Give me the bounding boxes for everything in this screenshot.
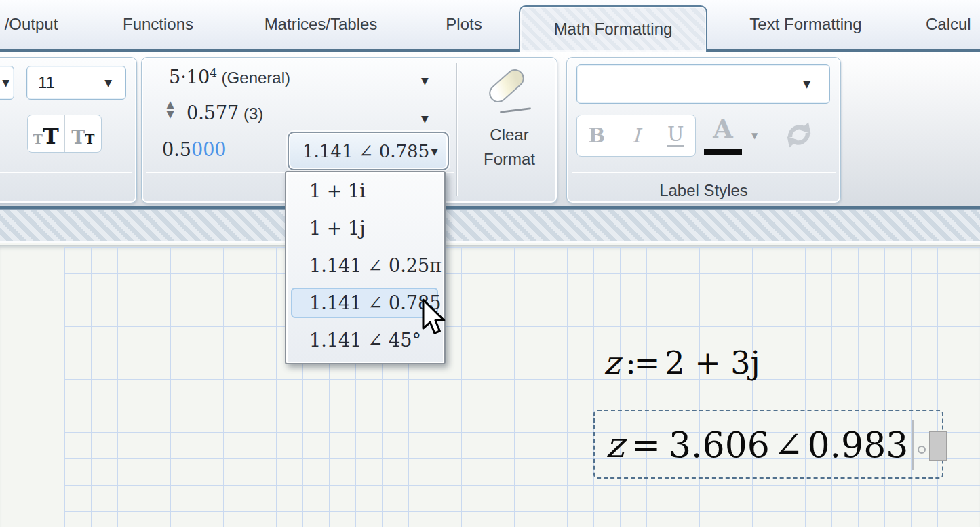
font-size-value: 11	[38, 73, 55, 92]
bold-icon: B	[588, 124, 605, 147]
general-format-value: 5·10	[169, 66, 210, 87]
assign-operator: :=	[625, 345, 658, 381]
tab-functions[interactable]: Functions	[117, 0, 199, 49]
mouse-cursor	[420, 298, 449, 340]
complex-format-value: 1.141 ∠ 0.785	[302, 141, 429, 161]
small-t-icon: T	[33, 132, 43, 147]
big-t-icon: T	[71, 129, 85, 147]
refresh-icon	[781, 117, 817, 153]
result-magnitude: 3.606	[669, 425, 770, 465]
variable-z: z	[606, 425, 624, 465]
units-placeholder[interactable]	[929, 431, 947, 461]
font-family-combobox[interactable]: ▼	[0, 66, 14, 100]
italic-button[interactable]: I	[616, 115, 655, 156]
underline-button[interactable]: U	[656, 115, 695, 156]
tab-calculation[interactable]: Calcul	[926, 0, 980, 49]
label-styles-group: ▼ B I U A ▼ Label Styles	[566, 57, 841, 203]
clear-format-label-line1: Clear	[460, 123, 558, 147]
big-t-icon: T	[43, 127, 59, 147]
underline-icon: U	[667, 124, 684, 147]
definition-value: 2 + 3j	[665, 345, 760, 381]
group-title-divider	[572, 172, 836, 173]
trailing-zeros-prefix: 0.5	[162, 139, 191, 160]
general-format-exponent: 4	[210, 66, 217, 79]
label-style-combobox[interactable]: ▼	[576, 64, 830, 104]
insertion-caret	[912, 420, 914, 470]
tab-input-output[interactable]: /Output	[0, 0, 66, 49]
tab-text-formatting[interactable]: Text Formatting	[743, 0, 869, 49]
clear-format-label-line2: Format	[460, 147, 558, 172]
precision-value: 0.577	[187, 102, 239, 123]
eraser-body	[486, 65, 528, 106]
bold-button[interactable]: B	[577, 115, 616, 156]
eraser-line	[500, 107, 531, 113]
small-t-icon: T	[85, 132, 94, 147]
chevron-down-icon[interactable]: ▼	[104, 78, 112, 87]
chevron-down-icon[interactable]: ▼	[431, 147, 438, 156]
text-style-buttons: B I U	[576, 115, 696, 157]
angle-symbol: ∠	[774, 425, 804, 465]
italic-icon: I	[632, 124, 640, 147]
ribbon-body: ▼ 11 ▼ TT TT 5·104 (General) ▼ ▲ ▼ 0.577…	[0, 52, 980, 209]
refresh-styles-button[interactable]	[781, 117, 817, 153]
decrease-font-size-button[interactable]: TT	[64, 115, 102, 152]
font-size-step-buttons: TT TT	[27, 115, 102, 153]
chevron-down-icon[interactable]: ▼	[421, 113, 429, 124]
general-format-label: (General)	[217, 69, 290, 87]
trailing-zeros-toggle[interactable]: 0.5000	[162, 139, 227, 160]
worksheet-canvas[interactable]	[0, 245, 980, 527]
group-title-divider	[0, 172, 132, 173]
precision-spinner[interactable]: ▲ ▼	[163, 100, 177, 119]
menu-item-polar-radians-selected[interactable]: 1.141 ∠ 0.785	[291, 288, 438, 318]
result-angle: 0.983	[807, 425, 908, 465]
menu-item-rectangular-i[interactable]: 1 + 1i	[286, 172, 444, 210]
increase-font-size-button[interactable]: TT	[28, 115, 64, 152]
menu-item-rectangular-j[interactable]: 1 + 1j	[286, 210, 444, 247]
tab-math-formatting-active[interactable]: Math Formatting	[519, 5, 707, 52]
complex-format-dropdown-button[interactable]: 1.141 ∠ 0.785 ▼	[288, 132, 449, 170]
math-region-result[interactable]: z = 3.606 ∠ 0.983	[606, 416, 947, 473]
multiply-placeholder-icon[interactable]	[918, 446, 926, 454]
precision-dropdown[interactable]: 0.577 (3)	[187, 102, 263, 123]
tab-matrices-tables[interactable]: Matrices/Tables	[256, 0, 385, 49]
chevron-down-icon[interactable]: ▼	[803, 79, 810, 89]
group-title: Label Styles	[567, 181, 840, 200]
menu-item-polar-pi[interactable]: 1.141 ∠ 0.25π	[286, 247, 444, 284]
spinner-down-icon[interactable]: ▼	[163, 109, 177, 119]
font-color-bar	[704, 149, 742, 155]
math-region-definition[interactable]: z:=2 + 3j	[604, 345, 760, 381]
tab-plots[interactable]: Plots	[439, 0, 488, 49]
equals-operator: =	[631, 425, 661, 465]
trailing-zeros-suffix: 000	[191, 139, 227, 160]
worksheet-grid	[64, 247, 980, 527]
result-format-dropdown[interactable]: 5·104 (General)	[169, 66, 290, 87]
ribbon-tab-bar: /Output Functions Matrices/Tables Plots …	[0, 0, 980, 52]
font-size-combobox[interactable]: 11 ▼	[26, 66, 126, 100]
chevron-down-icon[interactable]: ▼	[421, 75, 429, 86]
collapsed-region-band	[0, 209, 980, 243]
chevron-down-icon[interactable]: ▼	[2, 78, 9, 87]
font-color-chevron-icon[interactable]: ▼	[751, 131, 758, 140]
font-color-button[interactable]: A	[700, 115, 746, 157]
group-separator	[456, 63, 458, 196]
precision-label: (3)	[239, 104, 263, 123]
variable-z: z	[604, 345, 620, 381]
clear-format-button[interactable]: Clear Format	[460, 60, 558, 197]
font-color-icon: A	[700, 113, 746, 144]
math-font-group: ▼ 11 ▼ TT TT	[0, 57, 137, 203]
eraser-icon	[460, 60, 558, 123]
